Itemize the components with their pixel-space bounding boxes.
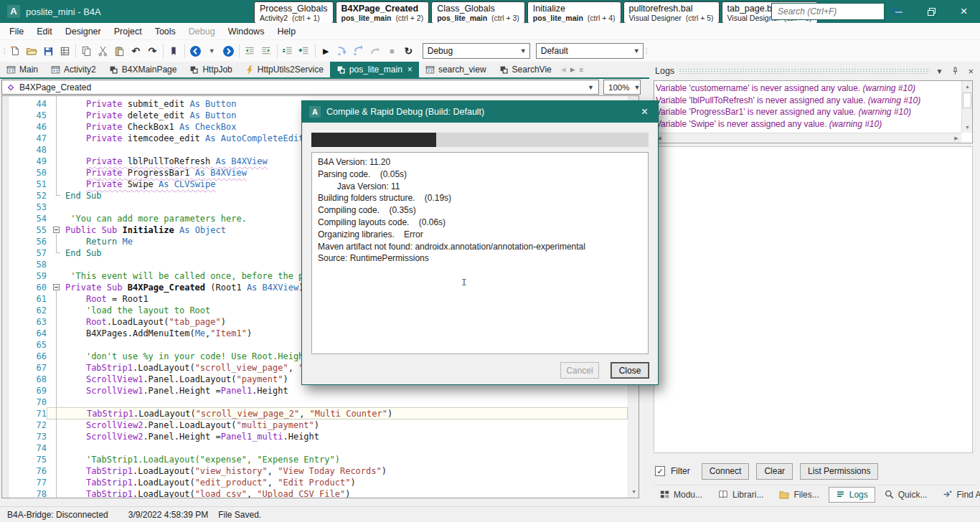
code-line[interactable]: 73 ScrollView2.Panel.Height =Panel1_mult… [9,431,628,442]
log-warning-line[interactable]: Variable 'lblPullToRefresh' is never ass… [656,95,961,107]
pin-icon[interactable] [949,67,961,75]
code-line[interactable]: 69 ScrollView1.Panel.Height =Panel1.Heig… [9,385,628,397]
logs-horizontal-scrollbar[interactable]: ◀ ▶ [654,133,961,143]
panel-menu-icon[interactable]: ▼ [934,67,946,75]
code-line[interactable]: 72 ScrollView2.Panel.LoadLayout("multi_p… [9,419,628,431]
open-folder-icon[interactable] [24,42,40,60]
run-icon[interactable]: ▶ [318,42,334,60]
bottom-tab-files[interactable]: Files... [773,488,825,502]
doc-tab-activity2[interactable]: Activity2 [44,62,103,77]
quick-tab-process_globals[interactable]: Process_GlobalsActivity2 (ctrl + 1) [254,1,334,24]
menu-item-file[interactable]: File [3,24,30,39]
save-icon[interactable] [40,42,57,60]
tab-scroll-right-icon[interactable]: ▶ [569,66,577,73]
minimize-button[interactable] [883,0,915,23]
new-file-icon[interactable] [7,42,24,60]
code-line[interactable]: 77 TabStrip1.LoadLayout("edit_product", … [9,477,628,488]
breakpoint-margin[interactable] [2,96,9,498]
panel-drag-texture[interactable] [679,68,929,75]
code-line[interactable]: 75 'TabStrip1.LoadLayout("expense", "Exp… [9,454,628,465]
code-line[interactable]: 71 TabStrip1.LoadLayout("scroll_view_pag… [9,408,628,419]
undo-icon[interactable]: ↶ [128,42,144,60]
code-line[interactable]: 78 TabStrip1.LoadLayout("load_csv", "Upl… [9,488,628,498]
step-out-icon[interactable] [367,42,384,60]
doc-tab-pos_lite_main[interactable]: pos_lite_main× [330,62,419,77]
step-over-icon[interactable] [351,42,367,60]
stop-icon[interactable]: ■ [384,42,400,60]
doc-tab-b4xmainpage[interactable]: B4XMainPage [103,62,184,77]
quick-tab-initialize[interactable]: Initializepos_lite_main (ctrl + 4) [527,1,621,24]
indent-icon[interactable] [258,42,275,60]
scroll-down-icon[interactable]: ▼ [962,122,973,133]
fold-collapse-icon[interactable] [53,284,60,290]
menu-item-project[interactable]: Project [108,24,149,39]
close-button[interactable]: Close [611,362,649,379]
copy-icon[interactable] [78,42,95,60]
log-warning-line[interactable]: Variable 'ProgressBar1' is never assigne… [656,106,961,118]
doc-tab-main[interactable]: Main [0,62,44,77]
step-into-icon[interactable] [334,42,351,60]
scroll-down-icon[interactable]: ▼ [628,487,639,498]
build-config-dropdown[interactable]: Default▼ [536,43,644,59]
menu-item-help[interactable]: Help [270,24,302,39]
build-mode-dropdown[interactable]: Debug▼ [423,43,530,59]
logs-vertical-scrollbar[interactable]: ▲ ▼ [961,81,972,133]
bottom-tab-librari[interactable]: Librari... [712,488,770,502]
code-line[interactable]: 70 [9,397,628,408]
list-permissions-button[interactable]: List Permissions [800,463,878,480]
bottom-tab-findall[interactable]: Find All... [936,488,980,502]
scroll-right-icon[interactable]: ▶ [951,133,961,143]
member-selector-dropdown[interactable]: B4XPage_Created ▼ [1,80,599,95]
quick-tab-class_globals[interactable]: Class_Globalspos_lite_main (ctrl + 3) [431,1,525,24]
panel-close-icon[interactable]: × [966,66,976,77]
log-warning-line[interactable]: Variable 'customername' is never assigne… [656,82,961,95]
search-input[interactable] [778,6,890,16]
quick-tab-pulltorefresh.bal[interactable]: pulltorefresh.balVisual Designer (ctrl +… [623,1,720,24]
doc-tab-search_view[interactable]: search_view [419,62,493,77]
connect-button[interactable]: Connect [702,463,750,480]
bottom-tab-modu[interactable]: Modu... [654,488,709,502]
tab-close-icon[interactable]: × [407,65,413,75]
doc-tab-searchvie[interactable]: SearchVie [493,62,558,77]
nav-forward-icon[interactable] [220,42,237,60]
filter-checkbox[interactable]: ✓ [655,466,665,476]
log-warning-line[interactable]: Variable 'Swipe' is never assigned any v… [656,118,961,130]
bottom-tab-logs[interactable]: Logs [829,487,875,503]
quick-tab-b4xpage_created[interactable]: B4XPage_Createdpos_lite_main (ctrl + 2) [336,1,430,24]
bookmark-icon[interactable] [166,42,182,60]
quick-tab-subtitle: Visual Designer (ctrl + 5) [629,14,714,22]
outdent-icon[interactable] [242,42,258,60]
bottom-tab-quick[interactable]: Quick... [878,488,934,502]
global-search-box[interactable] [771,3,885,20]
menu-item-designer[interactable]: Designer [59,24,108,39]
paste-icon[interactable] [111,42,128,60]
caret-down-icon[interactable]: ▼ [204,42,220,60]
code-line[interactable]: 76 TabStrip1.LoadLayout("view_history", … [9,465,628,477]
toolbar-grip[interactable]: ⁞ [4,47,5,55]
toolbar-overflow-icon[interactable]: ⁞ [646,47,647,55]
clear-button[interactable]: Clear [756,463,793,480]
tab-list-icon[interactable]: ≡ [578,66,585,74]
comment-remove-icon[interactable] [280,42,296,60]
comment-add-icon[interactable] [296,42,313,60]
logs-list[interactable]: Variable 'customername' is never assigne… [654,80,973,143]
dialog-close-icon[interactable]: × [639,105,651,118]
cut-icon[interactable] [95,42,111,60]
fold-collapse-icon[interactable] [53,227,60,233]
save-all-icon[interactable] [57,42,73,60]
close-button[interactable]: × [948,0,980,23]
doc-tab-httputils2service[interactable]: HttpUtils2Service [239,62,330,77]
maximize-button[interactable] [915,0,948,23]
scroll-up-icon[interactable]: ▲ [962,81,973,92]
menu-item-tools[interactable]: Tools [149,24,182,39]
doc-tab-httpjob[interactable]: HttpJob [183,62,238,77]
redo-icon[interactable]: ↷ [144,42,161,60]
menu-item-windows[interactable]: Windows [222,24,271,39]
nav-back-icon[interactable] [187,42,204,60]
zoom-dropdown[interactable]: 100% ▼ [603,80,641,95]
rebuild-icon[interactable]: ↻ [400,42,417,60]
scrollbar-thumb[interactable] [963,92,971,108]
tab-scroll-left-icon[interactable]: ◀ [560,66,567,73]
menu-item-edit[interactable]: Edit [30,24,59,39]
code-line[interactable]: 74 [9,442,628,454]
